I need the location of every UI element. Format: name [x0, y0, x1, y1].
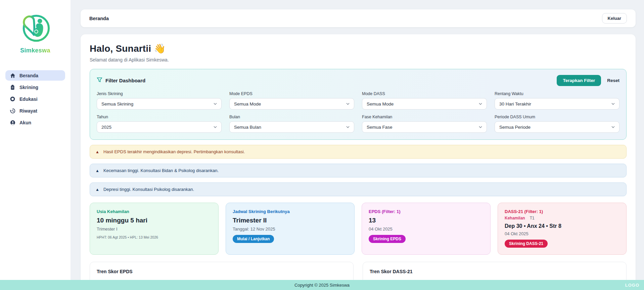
dass-trimester-tag: T1: [530, 216, 535, 220]
logout-button[interactable]: Keluar: [602, 13, 627, 24]
chevron-down-icon: [479, 103, 482, 105]
filter-field-bulan: Bulan Semua Bulan: [229, 115, 354, 133]
select-value: 30 Hari Terakhir: [499, 101, 531, 107]
footer-logo-text: LOGO: [625, 283, 639, 288]
clipboard-icon: [10, 84, 15, 90]
filter-field-rentang-waktu: Rentang Waktu 30 Hari Terakhir: [495, 91, 619, 110]
warning-icon: ▲: [95, 188, 99, 192]
greeting-heading: Halo, Sunartii 👋: [90, 43, 627, 54]
start-continue-button[interactable]: Mulai / Lanjutkan: [233, 235, 274, 243]
page-title: Beranda: [89, 16, 109, 21]
sidebar-item-label: Akun: [19, 120, 31, 125]
alert-text: Kecemasan tinggi. Konsultasi Bidan & Psi…: [103, 168, 219, 173]
filter-field-periode-dass: Periode DASS Umum Semua Periode: [495, 115, 619, 133]
sidebar-item-label: Beranda: [19, 73, 38, 78]
field-label: Periode DASS Umum: [495, 115, 619, 119]
sidebar-item-label: Riwayat: [19, 108, 37, 114]
fase-kehamilan-select[interactable]: Semua Fase: [362, 121, 487, 133]
field-label: Tahun: [97, 115, 222, 119]
filter-panel: Filter Dashboard Terapkan Filter Reset J…: [90, 69, 627, 140]
jenis-skrining-select[interactable]: Semua Skrining: [97, 98, 222, 110]
sidebar-item-akun[interactable]: Akun: [5, 117, 65, 128]
filter-grid: Jenis Skrining Semua Skrining Mode EPDS …: [97, 91, 619, 133]
funnel-icon: [97, 77, 102, 84]
trimester-label: Trimester I: [97, 226, 212, 232]
chevron-down-icon: [479, 126, 482, 128]
next-screening-date: Tanggal: 12 Nov 2025: [233, 226, 348, 232]
sidebar-item-edukasi[interactable]: Edukasi: [5, 94, 65, 104]
card-title: Usia Kehamilan: [97, 209, 212, 214]
field-label: Mode EPDS: [229, 91, 354, 96]
anxiety-info-alert: ▲ Kecemasan tinggi. Konsultasi Bidan & P…: [90, 164, 627, 177]
ring-icon: [10, 96, 15, 102]
card-title: Jadwal Skrining Berikutnya: [233, 209, 348, 214]
app-shell: Simkeswa Beranda Skrining Edukasi: [0, 0, 644, 290]
main-area: Beranda Keluar Halo, Sunartii 👋 Selamat …: [71, 0, 644, 290]
brand-logo: Simkeswa: [0, 13, 71, 54]
chevron-down-icon: [346, 103, 350, 105]
epds-date: 04 Okt 2025: [369, 226, 484, 232]
sidebar-item-riwayat[interactable]: Riwayat: [5, 106, 65, 116]
card-title: EPDS (Filter: 1): [369, 209, 484, 214]
dass-context-tag: Kehamilan: [505, 216, 525, 220]
select-value: Semua Periode: [499, 125, 531, 130]
chevron-down-icon: [214, 126, 217, 128]
filter-field-fase-kehamilan: Fase Kehamilan Semua Fase: [362, 115, 487, 133]
mode-epds-select[interactable]: Semua Mode: [229, 98, 354, 110]
user-icon: [10, 120, 15, 125]
field-label: Rentang Waktu: [495, 91, 619, 96]
filter-field-mode-epds: Mode EPDS Semua Mode: [229, 91, 354, 110]
next-screening-value: Trimester II: [233, 217, 348, 224]
select-value: Semua Mode: [234, 101, 261, 107]
select-value: Semua Fase: [367, 125, 393, 130]
copyright-text: Copyright © 2025 Simkeswa: [294, 283, 350, 288]
filter-field-tahun: Tahun 2025: [97, 115, 222, 133]
sidebar-item-label: Skrining: [19, 85, 38, 90]
sidebar-nav: Beranda Skrining Edukasi Riwayat: [0, 70, 71, 128]
filter-field-jenis-skrining: Jenis Skrining Semua Skrining: [97, 91, 222, 110]
bulan-select[interactable]: Semua Bulan: [229, 121, 354, 133]
tahun-select[interactable]: 2025: [97, 121, 222, 133]
history-icon: [10, 108, 15, 114]
field-label: Bulan: [229, 115, 354, 119]
depression-info-alert: ▲ Depresi tinggi. Konsultasi Psikolog di…: [90, 182, 627, 196]
chevron-down-icon: [611, 126, 615, 128]
apply-filter-button[interactable]: Terapkan Filter: [557, 75, 601, 86]
sidebar: Simkeswa Beranda Skrining Edukasi: [0, 0, 71, 290]
select-value: Semua Bulan: [234, 125, 261, 130]
alert-text: Hasil EPDS terakhir mengindikasikan depr…: [103, 149, 245, 154]
epds-badge: Skrining EPDS: [369, 235, 406, 243]
field-label: Fase Kehamilan: [362, 115, 487, 119]
periode-dass-select[interactable]: Semua Periode: [495, 121, 619, 133]
pregnancy-age-card: Usia Kehamilan 10 minggu 5 hari Trimeste…: [90, 203, 219, 255]
reset-filter-button[interactable]: Reset: [607, 78, 619, 83]
alert-text: Depresi tinggi. Konsultasi Psikolog disa…: [103, 187, 194, 192]
dass-badge: Skrining DASS-21: [505, 240, 548, 248]
card-title: DASS-21 (Filter: 1): [505, 209, 619, 214]
sidebar-item-beranda[interactable]: Beranda: [5, 70, 65, 81]
warning-icon: ▲: [95, 150, 99, 154]
rentang-waktu-select[interactable]: 30 Hari Terakhir: [495, 98, 619, 110]
home-icon: [10, 73, 15, 78]
welcome-text: Selamat datang di Aplikasi Simkeswa.: [90, 57, 627, 63]
next-screening-card: Jadwal Skrining Berikutnya Trimester II …: [226, 203, 355, 255]
chevron-down-icon: [611, 103, 615, 105]
stat-cards-row: Usia Kehamilan 10 minggu 5 hari Trimeste…: [90, 203, 627, 255]
dass-score-value: Dep 30 • Anx 24 • Str 8: [505, 223, 619, 229]
select-value: Semua Skrining: [101, 101, 133, 107]
simkeswa-logo-icon: [19, 13, 52, 46]
brand-name: Simkeswa: [20, 47, 50, 54]
select-value: Semua Mode: [367, 101, 394, 107]
sidebar-item-skrining[interactable]: Skrining: [5, 82, 65, 92]
pregnancy-age-value: 10 minggu 5 hari: [97, 217, 212, 224]
mode-dass-select[interactable]: Semua Mode: [362, 98, 487, 110]
dass-trend-title: Tren Skor DASS-21: [370, 269, 619, 274]
epds-score-card: EPDS (Filter: 1) 13 04 Okt 2025 Skrining…: [362, 203, 491, 255]
filter-title: Filter Dashboard: [105, 78, 145, 83]
filter-field-mode-dass: Mode DASS Semua Mode: [362, 91, 487, 110]
dass-date: 04 Okt 2025: [505, 231, 619, 236]
warning-icon: ▲: [95, 169, 99, 173]
hpht-hpl-detail: HPHT: 06 Agt 2025 • HPL: 13 Mei 2026: [97, 235, 212, 239]
dashboard-card: Halo, Sunartii 👋 Selamat datang di Aplik…: [81, 34, 636, 290]
sidebar-item-label: Edukasi: [19, 96, 38, 102]
